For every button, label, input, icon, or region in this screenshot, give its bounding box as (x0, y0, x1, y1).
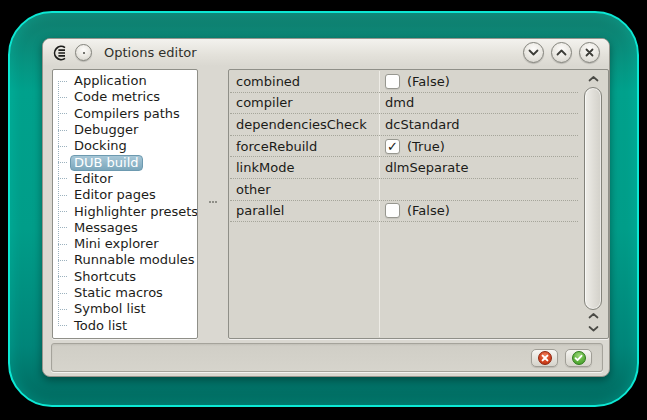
sidebar-item-label: Editor pages (70, 187, 160, 203)
scrollbar-thumb[interactable] (584, 87, 602, 310)
sidebar-item-highlighter-presets[interactable]: Highlighter presets (53, 203, 197, 219)
sidebar-item-todo-list[interactable]: Todo list (53, 317, 197, 333)
property-name[interactable]: compiler (230, 95, 379, 110)
property-name[interactable]: dependenciesCheck (230, 117, 379, 132)
property-row-other: other (230, 179, 578, 201)
checkbox-checked[interactable]: ✓ (385, 139, 400, 154)
categories-panel: Application Code metrics Compilers paths… (52, 69, 198, 339)
sidebar-item-label: Messages (70, 220, 142, 236)
tree-connector (58, 130, 67, 131)
property-name[interactable]: linkMode (230, 160, 379, 175)
sidebar-item-label: Runnable modules (70, 252, 198, 268)
scroll-up-button[interactable] (580, 73, 606, 85)
property-row-combined: combined (False) (230, 71, 578, 93)
property-value[interactable]: ✓ (True) (379, 139, 578, 154)
close-icon (584, 47, 595, 58)
bool-value-label: (False) (407, 203, 450, 218)
property-name[interactable]: forceRebuild (230, 139, 379, 154)
value-label: dcStandard (385, 117, 460, 132)
property-row-forcerebuild: forceRebuild ✓ (True) (230, 136, 578, 158)
cancel-icon (538, 351, 552, 365)
property-value[interactable]: dlmSeparate (379, 160, 578, 175)
dialog-button-bar (51, 343, 603, 372)
maximize-button[interactable] (551, 42, 572, 63)
screen: Options editor Application Cod (0, 0, 647, 420)
property-name[interactable]: combined (230, 74, 379, 89)
sidebar-item-dub-build[interactable]: DUB build (53, 154, 197, 170)
options-editor-window: Options editor Application Cod (42, 38, 610, 377)
sidebar-item-code-metrics[interactable]: Code metrics (53, 89, 197, 105)
tree-connector (58, 81, 67, 82)
sidebar-item-docking[interactable]: Docking (53, 138, 197, 154)
property-value[interactable]: (False) (379, 203, 578, 218)
sidebar-item-label: Debugger (70, 122, 142, 138)
property-value[interactable]: (False) (379, 74, 578, 89)
sidebar-item-compilers-paths[interactable]: Compilers paths (53, 106, 197, 122)
scroll-up-button-bottom[interactable] (580, 310, 606, 322)
property-row-dependenciescheck: dependenciesCheck dcStandard (230, 114, 578, 136)
value-label: dlmSeparate (385, 160, 468, 175)
sidebar-item-label: Code metrics (70, 89, 164, 105)
property-value[interactable]: dcStandard (379, 117, 578, 132)
menu-dot-icon (83, 52, 85, 54)
tree-connector (58, 293, 67, 294)
accept-button[interactable] (565, 349, 592, 367)
sidebar-item-mini-explorer[interactable]: Mini explorer (53, 236, 197, 252)
app-logo-icon (52, 45, 68, 61)
sidebar-item-editor[interactable]: Editor (53, 171, 197, 187)
tree-connector (58, 97, 67, 98)
property-row-compiler: compiler dmd (230, 93, 578, 115)
tree-connector (58, 113, 67, 114)
property-row-linkmode: linkMode dlmSeparate (230, 157, 578, 179)
checkbox-unchecked[interactable] (385, 203, 400, 218)
sidebar-item-label: Highlighter presets (70, 204, 198, 220)
cancel-button[interactable] (531, 349, 558, 367)
sidebar-item-static-macros[interactable]: Static macros (53, 285, 197, 301)
chevron-down-icon (527, 48, 540, 57)
tree-connector (58, 162, 67, 163)
tree-connector (58, 211, 67, 212)
splitter-grip-icon (209, 201, 217, 206)
panel-splitter[interactable] (198, 69, 228, 339)
sidebar-item-messages[interactable]: Messages (53, 220, 197, 236)
vertical-scrollbar (580, 72, 606, 336)
accept-icon (572, 351, 586, 365)
sidebar-item-label: Application (70, 73, 151, 89)
sidebar-item-shortcuts[interactable]: Shortcuts (53, 269, 197, 285)
property-rows: combined (False) compiler dmd dependenci… (230, 71, 578, 222)
sidebar-item-editor-pages[interactable]: Editor pages (53, 187, 197, 203)
category-tree: Application Code metrics Compilers paths… (53, 73, 197, 338)
sidebar-item-application[interactable]: Application (53, 73, 197, 89)
sidebar-item-runnable-modules[interactable]: Runnable modules (53, 252, 197, 268)
tree-connector (58, 227, 67, 228)
bool-value-label: (True) (407, 139, 445, 154)
checkbox-unchecked[interactable] (385, 74, 400, 89)
tree-connector (58, 178, 67, 179)
chevron-up-icon (587, 312, 600, 320)
value-label: dmd (385, 95, 414, 110)
sidebar-item-symbol-list[interactable]: Symbol list (53, 301, 197, 317)
tree-connector (58, 276, 67, 277)
sidebar-item-label: Static macros (70, 285, 167, 301)
tree-connector (58, 325, 67, 326)
titlebar[interactable]: Options editor (43, 39, 609, 66)
sidebar-item-label: Compilers paths (70, 106, 184, 122)
tree-connector (58, 146, 67, 147)
property-name[interactable]: other (230, 182, 379, 197)
minimize-button[interactable] (523, 42, 544, 63)
bool-value-label: (False) (407, 74, 450, 89)
sidebar-item-label: Shortcuts (70, 269, 140, 285)
sidebar-item-label: Docking (70, 138, 131, 154)
chevron-up-icon (587, 75, 600, 83)
close-button[interactable] (579, 42, 600, 63)
property-value[interactable]: dmd (379, 95, 578, 110)
window-menu-button[interactable] (75, 44, 92, 61)
tree-connector (58, 244, 67, 245)
property-name[interactable]: parallel (230, 203, 379, 218)
sidebar-item-label: Todo list (70, 318, 131, 334)
scroll-down-button[interactable] (580, 323, 606, 335)
tree-connector (58, 309, 67, 310)
tree-connector (58, 195, 67, 196)
tree-connector (58, 260, 67, 261)
sidebar-item-debugger[interactable]: Debugger (53, 122, 197, 138)
